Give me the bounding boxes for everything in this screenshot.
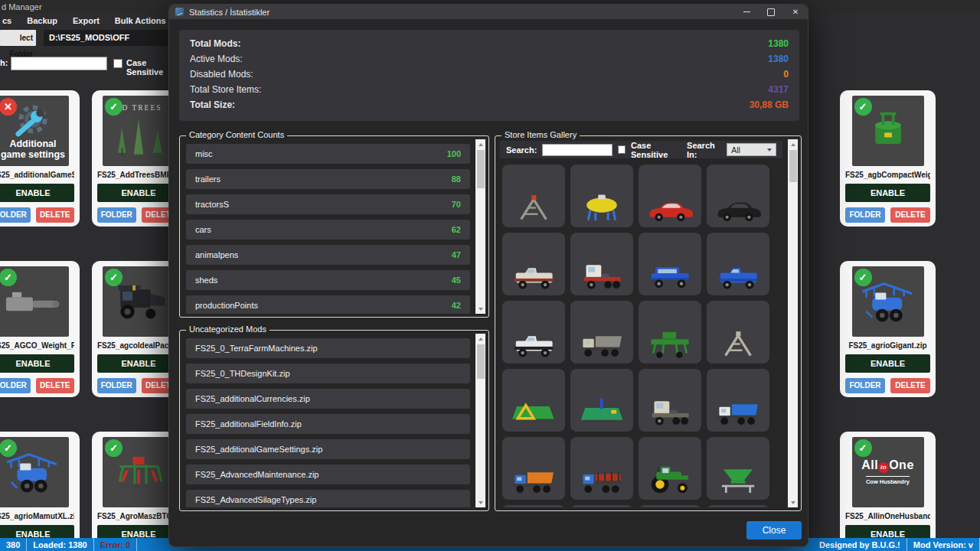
gallery-case-sensitive-checkbox[interactable] [618, 145, 626, 154]
status-segment: Loaded: 1380 [27, 540, 93, 549]
uncategorized-mod-row[interactable]: FS25_additionalFieldInfo.zip [186, 414, 470, 434]
scrollbar-thumb[interactable] [789, 150, 797, 182]
menu-item-backup[interactable]: Backup [27, 16, 57, 25]
case-sensitive-checkbox[interactable] [113, 59, 122, 68]
store-item-tile[interactable] [502, 301, 565, 364]
search-in-dropdown[interactable]: All [727, 143, 776, 156]
status-segment: Designed by B.U.G.! [813, 540, 906, 549]
category-scrollbar[interactable] [475, 139, 485, 314]
status-segment: 380 [0, 540, 26, 549]
pickup-icon [713, 260, 763, 292]
compact-weight-icon [860, 109, 916, 153]
category-row[interactable]: tractorsS70 [186, 194, 470, 214]
gallery-scrollbar[interactable] [788, 139, 798, 507]
menu-item-export[interactable]: Export [73, 16, 100, 25]
uncategorized-mod-row[interactable]: FS25_additionalCurrencies.zip [186, 389, 470, 409]
folder-button[interactable]: FOLDER [0, 378, 31, 393]
search-in-label: Search In: [687, 141, 721, 159]
gallery-group-title: Store Items Gallery [501, 130, 580, 139]
category-rows: misc100trailers88tractorsS70cars62animal… [186, 144, 470, 314]
scroll-down-icon[interactable] [788, 497, 798, 507]
uncategorized-mod-row[interactable]: FS25_0_THDesignKit.zip [186, 364, 470, 383]
enable-button[interactable]: ENABLE [845, 184, 930, 202]
folder-button[interactable]: FOLDER [0, 207, 31, 223]
select-folder-button[interactable]: lect Folder [0, 30, 36, 46]
store-item-tile[interactable] [570, 369, 633, 432]
mod-filename: FS25_AgroMaszBTC50h... [97, 512, 180, 520]
scroll-down-icon[interactable] [475, 304, 485, 314]
mod-thumbnail [0, 266, 69, 337]
card-button-row: FOLDERDELETE [0, 378, 74, 393]
store-item-tile[interactable] [707, 505, 769, 507]
enable-button[interactable]: ENABLE [97, 354, 180, 373]
minimize-icon[interactable] [734, 5, 759, 19]
uncategorized-scrollbar[interactable] [475, 334, 485, 507]
store-item-tile[interactable] [639, 437, 701, 500]
store-item-tile[interactable] [570, 165, 633, 227]
dialog-titlebar: Statistics / İstatistikler [169, 5, 808, 19]
scrollbar-thumb[interactable] [477, 150, 485, 188]
category-row[interactable]: misc100 [186, 144, 470, 164]
maximize-icon[interactable] [759, 5, 783, 19]
category-row[interactable]: sheds45 [186, 270, 470, 290]
delete-button[interactable]: DELETE [36, 378, 75, 393]
status-ok-check-icon [105, 269, 122, 286]
uncategorized-mod-row[interactable]: FS25_AdvancedMaintenance.zip [186, 465, 470, 484]
folder-button[interactable]: FOLDER [845, 207, 885, 223]
stat-value: 1380 [768, 38, 789, 49]
menu-item-cs[interactable]: cs [2, 16, 11, 25]
store-item-tile[interactable] [707, 437, 769, 500]
store-item-tile[interactable] [639, 301, 701, 364]
store-item-tile[interactable] [570, 437, 633, 500]
category-row[interactable]: trailers88 [186, 169, 470, 189]
scroll-down-icon[interactable] [475, 497, 485, 507]
store-item-tile[interactable] [707, 301, 769, 364]
enable-button[interactable]: ENABLE [97, 184, 180, 202]
scroll-up-icon[interactable] [475, 139, 485, 149]
folder-button[interactable]: FOLDER [97, 207, 136, 223]
store-item-tile[interactable] [639, 369, 701, 432]
store-item-tile[interactable] [639, 165, 701, 227]
store-item-tile[interactable] [570, 301, 633, 364]
folder-path-field[interactable]: D:\FS25_MODS\OFF [44, 30, 168, 46]
store-item-tile[interactable] [639, 505, 701, 507]
scroll-up-icon[interactable] [475, 334, 485, 344]
folder-button[interactable]: FOLDER [845, 378, 885, 393]
close-button[interactable]: Close [746, 521, 802, 540]
store-item-tile[interactable] [502, 369, 565, 432]
category-name: tractorsS [195, 200, 229, 209]
enable-button[interactable]: ENABLE [845, 354, 930, 373]
uncategorized-mod-row[interactable]: FS25_additionalGameSettings.zip [186, 439, 470, 459]
scroll-up-icon[interactable] [788, 139, 798, 149]
store-item-tile[interactable] [707, 369, 769, 432]
store-item-tile[interactable] [502, 165, 565, 227]
mod-filename: FS25_agcoIdealPack.zi... [97, 341, 180, 350]
store-item-tile[interactable] [502, 437, 565, 500]
delete-button[interactable]: DELETE [890, 207, 930, 223]
search-input[interactable] [11, 57, 107, 70]
status-ok-check-icon [854, 269, 872, 286]
folder-button[interactable]: FOLDER [97, 378, 136, 393]
enable-button[interactable]: ENABLE [0, 184, 74, 202]
enable-button[interactable]: ENABLE [0, 354, 74, 373]
menu-item-bulk-actions[interactable]: Bulk Actions [115, 16, 166, 25]
store-item-tile[interactable] [570, 233, 633, 295]
store-item-tile[interactable] [570, 505, 633, 507]
mod-zip-name: FS25_0_TerraFarmMachines.zip [195, 344, 318, 353]
category-row[interactable]: cars62 [186, 220, 470, 240]
uncategorized-mods-group: Uncategorized Mods FS25_0_TerraFarmMachi… [179, 330, 489, 511]
uncategorized-mod-row[interactable]: FS25_0_TerraFarmMachines.zip [186, 338, 470, 358]
scrollbar-thumb[interactable] [477, 344, 485, 379]
store-item-tile[interactable] [502, 233, 565, 295]
delete-button[interactable]: DELETE [890, 378, 930, 393]
delete-button[interactable]: DELETE [36, 207, 75, 223]
category-row[interactable]: productionPoints42 [186, 295, 470, 314]
uncategorized-mod-row[interactable]: FS25_AdvancedSilageTypes.zip [186, 490, 470, 507]
store-item-tile[interactable] [707, 233, 769, 295]
category-row[interactable]: animalpens47 [186, 245, 470, 265]
gallery-search-input[interactable] [542, 144, 612, 156]
store-item-tile[interactable] [639, 233, 701, 295]
store-item-tile[interactable] [502, 505, 565, 507]
store-item-tile[interactable] [707, 165, 769, 227]
close-icon[interactable] [783, 5, 808, 19]
